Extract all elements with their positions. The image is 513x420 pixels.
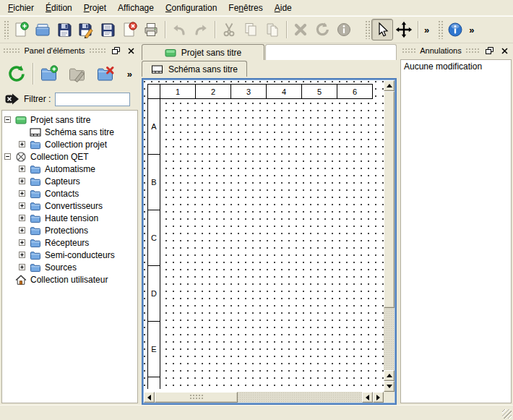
scroll-up-button[interactable] <box>384 80 395 91</box>
toolbar-grip[interactable] <box>4 20 9 39</box>
menu-aide[interactable]: Aide <box>269 1 298 15</box>
tree-item-convertisseurs[interactable]: Convertisseurs <box>2 200 137 212</box>
row-header-a: A <box>147 98 160 155</box>
menu-configuration[interactable]: Configuration <box>160 1 223 15</box>
menu-projet[interactable]: Projet <box>78 1 112 15</box>
tree-item-collection-utilisateur[interactable]: Collection utilisateur <box>2 273 137 286</box>
scroll-left-button[interactable] <box>362 392 373 403</box>
scroll-right-button[interactable] <box>373 392 384 403</box>
delete-button[interactable] <box>290 19 311 40</box>
tree-item-haute-tension[interactable]: Haute tension <box>2 212 137 224</box>
toolbar-overflow-chevron[interactable]: » <box>421 25 432 35</box>
tree-item-capteurs[interactable]: Capteurs <box>2 175 137 187</box>
row-header-c: C <box>147 210 160 266</box>
horizontal-scroll-thumb[interactable] <box>155 392 238 403</box>
undo-button[interactable] <box>168 19 190 40</box>
close-panel-button[interactable] <box>499 46 510 56</box>
tree-item-collection-projet[interactable]: Collection projet <box>2 138 137 150</box>
paste-button[interactable] <box>262 19 283 40</box>
close-project-button[interactable] <box>118 19 140 40</box>
tab-schema[interactable]: Schéma sans titre <box>142 61 247 77</box>
toolbar-overflow-chevron[interactable]: » <box>466 25 477 35</box>
toolbar-grip[interactable] <box>438 20 443 39</box>
scroll-up-button[interactable] <box>384 370 395 381</box>
tab-project-label: Projet sans titre <box>181 48 241 58</box>
horizontal-scroll-track[interactable] <box>238 392 362 403</box>
reload-collections-button[interactable] <box>4 61 29 86</box>
undo-panel-title: Annulations <box>420 46 462 55</box>
tree-item-recepteurs[interactable]: Récepteurs <box>2 236 137 249</box>
save-as-button[interactable] <box>75 19 97 40</box>
horizontal-scrollbar[interactable] <box>144 392 384 403</box>
move-tool-button[interactable] <box>393 19 415 40</box>
menu-edition[interactable]: Édition <box>40 1 78 15</box>
tree-expand-plus[interactable] <box>19 227 25 233</box>
menu-fenetres[interactable]: Fenêtres <box>223 1 268 15</box>
tree-item-contacts[interactable]: Contacts <box>2 187 137 200</box>
open-project-button[interactable] <box>32 19 53 40</box>
tree-expand-plus[interactable] <box>19 190 25 197</box>
new-category-button[interactable] <box>37 61 61 86</box>
rotate-button[interactable] <box>311 19 333 40</box>
tree-expand-plus[interactable] <box>19 239 25 246</box>
elements-panel-titlebar[interactable]: Panel d'éléments <box>0 43 139 58</box>
tree-item-protections[interactable]: Protections <box>2 224 137 236</box>
close-panel-button[interactable] <box>125 46 137 56</box>
resize-grip[interactable] <box>502 409 512 419</box>
tree-expand-plus[interactable] <box>19 264 25 270</box>
undo-panel-titlebar[interactable]: Annulations <box>399 43 513 58</box>
tree-item-automatisme[interactable]: Automatisme <box>2 163 137 175</box>
tree-item-schema-sans-titre[interactable]: Schéma sans titre <box>2 126 137 138</box>
menu-fichier[interactable]: Fichier <box>2 1 40 15</box>
save-button[interactable] <box>53 19 75 40</box>
edit-category-button[interactable] <box>65 61 90 86</box>
tree-item-projet-sans-titre[interactable]: Projet sans titre <box>2 113 137 126</box>
redo-button[interactable] <box>190 19 212 40</box>
select-tool-button[interactable] <box>371 19 393 40</box>
tree-expand-plus[interactable] <box>19 166 25 172</box>
element-info-button[interactable] <box>333 19 355 40</box>
menu-affichage[interactable]: Affichage <box>112 1 160 15</box>
tree-item-semi-conducteurs[interactable]: Semi-conducteurs <box>2 249 137 261</box>
filter-input[interactable] <box>55 93 130 106</box>
qet-icon <box>15 151 27 163</box>
tree-expand-plus[interactable] <box>19 215 25 221</box>
tree-item-label: Contacts <box>45 189 79 199</box>
delete-icon <box>292 21 309 38</box>
tree-expand-plus[interactable] <box>19 252 25 258</box>
filter-label: Filtrer : <box>24 94 51 104</box>
toolbar-grip[interactable] <box>365 20 370 39</box>
float-panel-button[interactable] <box>110 46 121 56</box>
clear-filter-icon[interactable] <box>5 93 20 106</box>
tree-expand-plus[interactable] <box>19 178 25 184</box>
folder-icon <box>30 176 41 187</box>
scroll-down-button[interactable] <box>384 381 395 392</box>
cut-button[interactable] <box>218 19 240 40</box>
save-all-button[interactable] <box>97 19 118 40</box>
tab-project[interactable]: Projet sans titre <box>142 44 264 60</box>
new-document-icon <box>12 21 30 38</box>
tree-expand-minus[interactable] <box>4 153 11 160</box>
delete-category-button[interactable] <box>93 61 118 86</box>
tree-expand-minus[interactable] <box>4 116 11 123</box>
undo-history-list[interactable]: Aucune modification <box>400 59 512 403</box>
tree-item-label: Collection utilisateur <box>30 275 108 285</box>
schema-canvas[interactable]: 123456 ABCDE <box>144 80 384 392</box>
vertical-scrollbar[interactable] <box>384 80 395 392</box>
toolbar-separator <box>33 63 33 85</box>
tree-expand-plus[interactable] <box>19 141 25 147</box>
folder-icon <box>30 225 41 236</box>
float-panel-button[interactable] <box>483 46 495 56</box>
copy-button[interactable] <box>240 19 262 40</box>
scroll-left-button[interactable] <box>144 392 155 403</box>
panel-overflow-chevron[interactable]: » <box>124 69 135 80</box>
folder-icon <box>30 200 41 212</box>
about-qet-button[interactable] <box>444 19 466 40</box>
tree-item-sources[interactable]: Sources <box>2 261 137 273</box>
new-project-button[interactable] <box>10 19 32 40</box>
print-button[interactable] <box>140 19 162 40</box>
tree-item-collection-qet[interactable]: Collection QET <box>2 150 137 163</box>
tree-expand-plus[interactable] <box>19 202 25 209</box>
vertical-scroll-track[interactable] <box>384 308 395 370</box>
vertical-scroll-thumb[interactable] <box>384 91 395 308</box>
